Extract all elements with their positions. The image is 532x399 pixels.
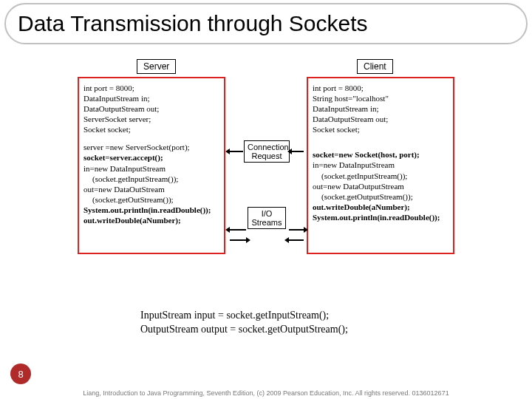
- snippet-line-2: OutputStream output = socket.getOutputSt…: [140, 323, 348, 337]
- code-line: DataOutputStream out;: [313, 114, 449, 124]
- code-line: out.writeDouble(aNumber);: [83, 215, 219, 225]
- page-number-badge: 8: [10, 364, 31, 384]
- code-snippet: InputStream input = socket.getInputStrea…: [140, 309, 348, 337]
- client-code-box: int port = 8000;String host="localhost"D…: [307, 77, 454, 254]
- arrow-client-to-conn: [292, 151, 304, 152]
- arrow-io-to-client-1: [289, 229, 304, 231]
- code-line: System.out.println(in.readDouble());: [83, 205, 219, 215]
- connection-request-label: ConnectionRequest: [244, 140, 290, 163]
- slide: Data Transmission through Sockets Server…: [0, 0, 532, 399]
- code-line: out.writeDouble(aNumber);: [313, 202, 449, 212]
- code-line: (socket.getInputStream());: [83, 174, 219, 184]
- arrow-conn-to-server: [230, 151, 243, 152]
- footer-text: Liang, Introduction to Java Programming,…: [0, 390, 532, 398]
- code-line: DataInputStream in;: [83, 93, 219, 103]
- code-line: String host="localhost": [313, 93, 449, 103]
- snippet-line-1: InputStream input = socket.getInputStrea…: [140, 309, 348, 323]
- server-label-box: Server: [137, 59, 176, 74]
- page-number: 8: [18, 369, 23, 380]
- code-line: out=new DataOutputStream: [313, 181, 449, 191]
- slide-title: Data Transmission through Sockets: [18, 11, 368, 36]
- code-line: in=new DataInputStream: [83, 163, 219, 174]
- arrow-client-to-io: [289, 239, 304, 241]
- diagram: Server Client int port = 8000;DataInputS…: [78, 59, 462, 296]
- code-line: DataInputStream in;: [313, 103, 449, 114]
- code-line: (socket.getOutputStream());: [313, 191, 449, 202]
- code-line: socket=server.accept();: [83, 152, 219, 163]
- code-line: out=new DataOutStream: [83, 184, 219, 194]
- code-line: (socket.getInputStream());: [313, 171, 449, 181]
- arrow-server-to-io: [230, 239, 246, 241]
- server-code-box: int port = 8000;DataInputStream in;DataO…: [78, 77, 225, 254]
- code-line: int port = 8000;: [83, 83, 219, 93]
- io-streams-label: I/OStreams: [248, 207, 286, 229]
- code-line: (socket.getOutStream());: [83, 194, 219, 205]
- code-line: ServerSocket server;: [83, 114, 219, 124]
- code-line: in=new DataInputStream: [313, 160, 449, 170]
- code-line: Socket socket;: [313, 124, 449, 134]
- code-line: DataOutputStream out;: [83, 103, 219, 114]
- code-line: int port = 8000;: [313, 83, 449, 93]
- code-line: System.out.println(in.readDouble());: [313, 212, 449, 222]
- arrow-io-to-server-1: [230, 229, 246, 231]
- code-line: Socket socket;: [83, 124, 219, 134]
- code-line: socket=new Socket(host, port);: [313, 149, 449, 160]
- code-line: server =new ServerSocket(port);: [83, 142, 219, 152]
- client-label-box: Client: [357, 59, 393, 74]
- title-container: Data Transmission through Sockets: [4, 3, 528, 44]
